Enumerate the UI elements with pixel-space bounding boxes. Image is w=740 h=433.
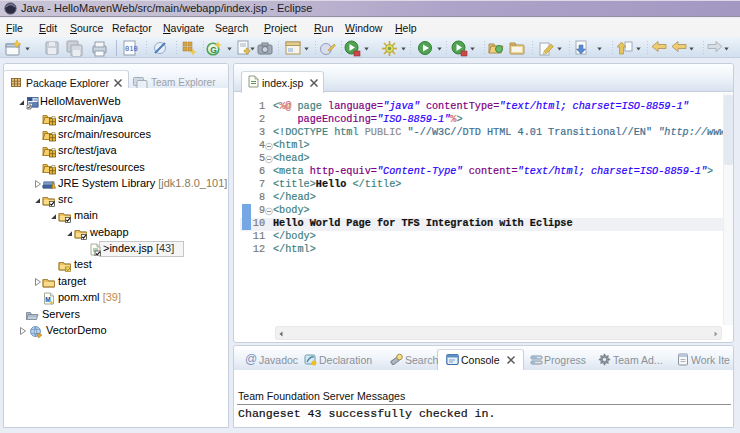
svg-text:010: 010 — [125, 45, 138, 53]
svg-text:M: M — [45, 296, 50, 303]
svg-text:G: G — [210, 45, 217, 55]
